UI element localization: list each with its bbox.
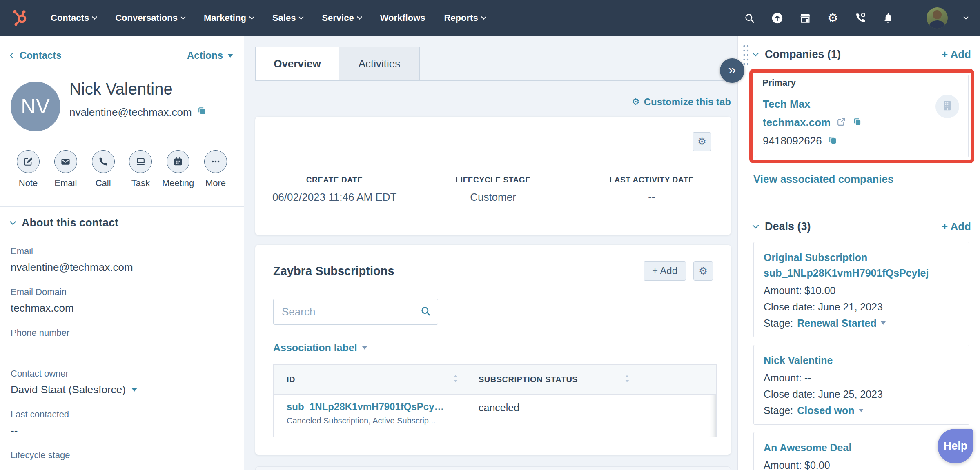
copy-icon[interactable] (197, 106, 207, 119)
field-email: Email nvalentine@techmax.com (11, 246, 233, 274)
customize-tab-link[interactable]: ⚙ Customize this tab (255, 96, 731, 108)
back-to-contacts-link[interactable]: Contacts (11, 50, 62, 61)
highlight-create-date: CREATE DATE 06/02/2023 11:46 AM EDT (255, 175, 414, 235)
add-company-link[interactable]: + Add (942, 48, 971, 61)
sort-icon[interactable] (453, 375, 458, 385)
contact-owner-dropdown[interactable]: David Staat (Salesforce) (11, 383, 233, 397)
call-button[interactable]: Call (87, 150, 120, 188)
deal-stage-dropdown[interactable]: Renewal Started (797, 317, 877, 330)
chevron-down-icon (299, 14, 304, 20)
arrow-up-circle-icon[interactable] (771, 12, 783, 24)
chevron-down-icon[interactable] (963, 14, 969, 20)
meeting-button[interactable]: Meeting (161, 150, 195, 188)
companies-title: Companies (1) (765, 48, 942, 61)
card-title: Zaybra Subscriptions (273, 264, 644, 278)
id-cell: sub_1NLp28K1vmH7901fQsPcy… Canceled Subs… (274, 395, 466, 437)
about-fields: Email nvalentine@techmax.com Email Domai… (11, 246, 233, 470)
search-icon[interactable] (420, 306, 431, 318)
next-card-partial (255, 466, 731, 470)
company-domain-link[interactable]: techmax.com (763, 116, 831, 129)
divider (738, 199, 980, 199)
task-button[interactable]: Task (124, 150, 157, 188)
column-header-empty (637, 365, 716, 394)
caret-down-icon (131, 388, 137, 392)
deal-close-date: Close date: June 21, 2023 (764, 300, 959, 313)
deal-card: An Awesome Deal Amount: $0.00 Close date… (753, 432, 969, 470)
chevron-down-icon[interactable] (753, 222, 759, 228)
about-section-title: About this contact (22, 217, 118, 229)
gear-icon: ⚙ (632, 98, 640, 106)
data-highlights-card: ⚙ CREATE DATE 06/02/2023 11:46 AM EDT LI… (255, 117, 731, 235)
card-settings-button[interactable]: ⚙ (693, 261, 713, 281)
hubspot-logo-icon[interactable] (11, 8, 29, 28)
copy-icon[interactable] (852, 117, 862, 129)
email-button[interactable]: Email (49, 150, 82, 188)
calendar-icon (167, 150, 189, 173)
deal-amount: Amount: $10.00 (764, 284, 959, 297)
nav-item-workflows[interactable]: Workflows (380, 13, 425, 23)
chevron-down-icon[interactable] (10, 218, 16, 225)
nav-item-sales[interactable]: Sales (272, 13, 303, 23)
primary-badge: Primary (755, 75, 803, 91)
nav-menu: Contacts Conversations Marketing Sales S… (51, 13, 486, 23)
phone-icon (92, 150, 115, 173)
contact-avatar: NV (11, 82, 60, 131)
nav-item-conversations[interactable]: Conversations (115, 13, 185, 23)
chevron-down-icon[interactable] (753, 50, 759, 56)
user-avatar[interactable] (927, 7, 948, 29)
field-phone-number: Phone number (11, 327, 233, 356)
search-icon[interactable] (744, 13, 755, 24)
deal-close-date: Close date: June 25, 2023 (764, 388, 959, 401)
add-deal-link[interactable]: + Add (942, 220, 971, 233)
tab-overview[interactable]: Overview (255, 47, 339, 80)
contact-name: Nick Valentine (69, 80, 207, 98)
tab-activities[interactable]: Activities (339, 47, 420, 80)
copy-icon[interactable] (828, 135, 838, 147)
nav-item-marketing[interactable]: Marketing (204, 13, 254, 23)
field-last-contacted: Last contacted -- (11, 409, 233, 437)
chevron-down-icon (481, 14, 486, 20)
deal-card: Original Subscription sub_1NLp28K1vmH790… (753, 242, 969, 337)
company-phone: 9418092626 (763, 135, 822, 147)
calling-phone-icon[interactable] (855, 12, 866, 24)
highlight-last-activity-date: LAST ACTIVITY DATE -- (572, 175, 731, 235)
deal-stage-dropdown[interactable]: Closed won (797, 404, 854, 417)
settings-gear-icon[interactable]: ⚙ (827, 12, 838, 24)
nav-item-contacts[interactable]: Contacts (51, 13, 96, 23)
ellipsis-icon (204, 150, 227, 173)
note-button[interactable]: Note (11, 150, 45, 188)
deal-name-link[interactable]: Nick Valentine (764, 352, 959, 368)
search-input[interactable] (282, 306, 420, 318)
column-header-id[interactable]: ID (274, 365, 466, 394)
caret-down-icon (859, 409, 864, 412)
view-associated-companies-link[interactable]: View associated companies (753, 173, 980, 186)
company-name-link[interactable]: Tech Max (763, 98, 811, 111)
sort-icon[interactable] (625, 375, 629, 385)
note-icon (17, 150, 40, 173)
subscription-id-link[interactable]: sub_1NLp28K1vmH7901fQsPcy… (287, 401, 458, 412)
contact-identity: Nick Valentine nvalentine@techmax.com (69, 82, 207, 131)
zaybra-subscriptions-card: Zaybra Subscriptions + Add ⚙ Association… (255, 245, 731, 455)
external-link-icon[interactable] (836, 117, 846, 129)
notifications-bell-icon[interactable] (882, 13, 893, 24)
deal-name-link[interactable]: Original Subscription sub_1NLp28K1vmH790… (764, 250, 959, 281)
nav-item-service[interactable]: Service (322, 13, 361, 23)
companies-section-header: Companies (1) + Add (753, 48, 971, 61)
add-subscription-button[interactable]: + Add (644, 261, 686, 281)
column-header-subscription-status[interactable]: SUBSCRIPTION STATUS (466, 365, 637, 394)
marketplace-icon[interactable] (800, 12, 811, 24)
collapse-panel-button[interactable]: » (720, 58, 744, 83)
help-button[interactable]: Help (938, 429, 973, 463)
primary-company-card: Primary Tech Max techmax.com 9418092626 (755, 75, 969, 157)
association-label-dropdown[interactable]: Association label (273, 342, 713, 354)
more-button[interactable]: More (199, 150, 232, 188)
table-header-row: ID SUBSCRIPTION STATUS (274, 365, 716, 395)
actions-dropdown[interactable]: Actions (187, 50, 233, 61)
deal-name-link[interactable]: An Awesome Deal (764, 440, 959, 455)
field-lifecycle-stage: Lifecycle stage (11, 450, 233, 470)
main-content: Overview Activities ⚙ Customize this tab… (244, 36, 737, 470)
nav-item-reports[interactable]: Reports (444, 13, 486, 23)
company-avatar (935, 95, 959, 118)
deal-stage-row: Stage: Closed won (764, 404, 959, 417)
card-settings-button[interactable]: ⚙ (693, 132, 711, 151)
